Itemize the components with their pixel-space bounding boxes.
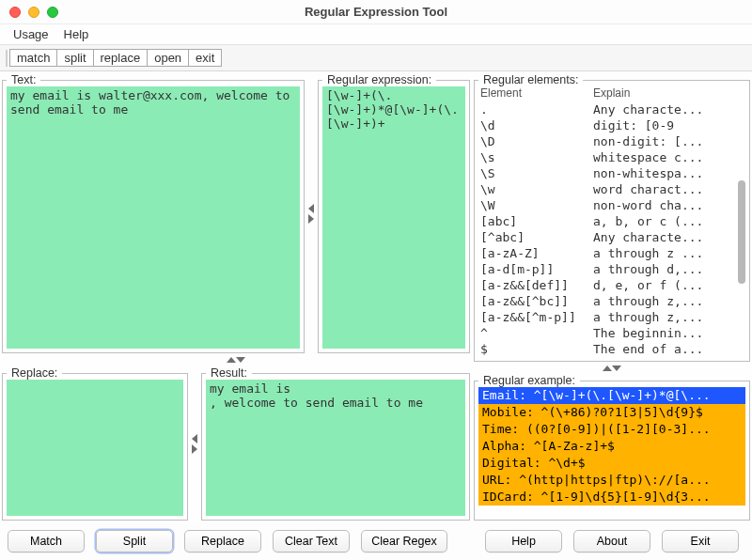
- regular-elements-table[interactable]: Element Explain .Any characte...\ddigit:…: [478, 86, 745, 357]
- element-cell: \w: [480, 181, 593, 197]
- table-row[interactable]: .Any characte...: [480, 101, 744, 117]
- list-item[interactable]: Alpha: ^[A-Za-z]+$: [478, 438, 745, 455]
- explain-cell: a, b, or c (...: [593, 213, 744, 229]
- element-cell: $: [480, 341, 593, 357]
- clear-text-button[interactable]: Clear Text: [273, 530, 350, 552]
- table-row[interactable]: [a-z&&[^m-p]]a through z,...: [480, 309, 744, 325]
- scrollbar[interactable]: [738, 180, 745, 284]
- text-panel: Text:: [2, 73, 305, 353]
- element-cell: \W: [480, 197, 593, 213]
- toolbar: match split replace open exit: [0, 45, 752, 71]
- toolbar-open[interactable]: open: [148, 49, 189, 67]
- list-item[interactable]: URL: ^(http|https|ftp)\://[a...: [478, 472, 745, 489]
- list-item[interactable]: Email: ^[\w-]+(\.[\w-]+)*@[\...: [478, 387, 745, 404]
- exit-button[interactable]: Exit: [662, 530, 739, 552]
- chevron-right-icon: [308, 214, 314, 224]
- table-row[interactable]: \ddigit: [0-9: [480, 117, 744, 133]
- table-row[interactable]: [a-z&&[def]]d, e, or f (...: [480, 277, 744, 293]
- explain-cell: whitespace c...: [593, 149, 744, 165]
- regular-example-panel: Regular example: Email: ^[\w-]+(\.[\w-]+…: [474, 374, 750, 521]
- maximize-icon[interactable]: [47, 7, 58, 18]
- replace-button[interactable]: Replace: [184, 530, 261, 552]
- menu-help[interactable]: Help: [56, 27, 97, 41]
- vertical-splitter-left[interactable]: [306, 73, 316, 353]
- chevron-down-icon: [612, 366, 621, 371]
- result-panel-label: Result:: [206, 366, 252, 380]
- chevron-up-icon: [227, 357, 236, 363]
- table-row[interactable]: \wword charact...: [480, 181, 744, 197]
- element-cell: .: [480, 101, 593, 117]
- toolbar-match[interactable]: match: [9, 49, 57, 67]
- table-row[interactable]: [abc]a, b, or c (...: [480, 213, 744, 229]
- regular-elements-label: Regular elements:: [478, 73, 583, 86]
- explain-cell: non-whitespa...: [593, 165, 744, 181]
- right-column: Regular elements: Element Explain .Any c…: [472, 71, 752, 522]
- horizontal-splitter-left[interactable]: [2, 355, 470, 365]
- element-cell: \s: [480, 149, 593, 165]
- element-cell: [a-d[m-p]]: [480, 261, 593, 277]
- explain-cell: The end of a...: [593, 341, 744, 357]
- explain-cell: digit: [0-9: [593, 117, 744, 133]
- explain-cell: The beginnin...: [593, 325, 744, 341]
- replace-input[interactable]: [7, 380, 183, 516]
- element-cell: \D: [480, 133, 593, 149]
- list-item[interactable]: IDCard: ^[1-9]\d{5}[1-9]\d{3...: [478, 489, 745, 506]
- replace-panel: Replace:: [2, 366, 188, 521]
- list-item[interactable]: Mobile: ^(\+86)?0?1[3|5]\d{9}$: [478, 404, 745, 421]
- regular-example-list[interactable]: Email: ^[\w-]+(\.[\w-]+)*@[\...Mobile: ^…: [478, 387, 745, 516]
- left-bottom-row: Replace: Result: my email is , welcome t…: [2, 366, 470, 521]
- explain-cell: a through z,...: [593, 293, 744, 309]
- table-row[interactable]: [a-d[m-p]]a through d,...: [480, 261, 744, 277]
- regex-panel-label: Regular expression:: [322, 73, 436, 86]
- table-row[interactable]: ^The beginnin...: [480, 325, 744, 341]
- clear-regex-button[interactable]: Clear Regex: [361, 530, 447, 552]
- list-item[interactable]: Time: ((0?[0-9])|([1-2][0-3]...: [478, 421, 745, 438]
- regular-elements-panel: Regular elements: Element Explain .Any c…: [474, 73, 750, 362]
- about-button[interactable]: About: [573, 530, 650, 552]
- chevron-left-icon: [192, 434, 197, 443]
- close-icon[interactable]: [9, 7, 21, 18]
- toolbar-replace[interactable]: replace: [94, 49, 149, 67]
- menu-usage[interactable]: Usage: [6, 27, 56, 41]
- element-cell: [a-z&&[def]]: [480, 277, 593, 293]
- element-cell: [a-z&&[^bc]]: [480, 293, 593, 309]
- app-window: Regular Expression Tool Usage Help match…: [0, 0, 752, 560]
- toolbar-handle-icon: [6, 50, 8, 67]
- explain-cell: a through z,...: [593, 309, 744, 325]
- text-input[interactable]: [7, 86, 300, 349]
- button-bar: Match Split Replace Clear Text Clear Reg…: [0, 522, 752, 560]
- table-row[interactable]: \Snon-whitespa...: [480, 165, 744, 181]
- list-item[interactable]: Digital: ^\d+$: [478, 455, 745, 472]
- element-cell: ^: [480, 325, 593, 341]
- horizontal-splitter-right[interactable]: [474, 364, 750, 372]
- table-row[interactable]: [a-z&&[^bc]]a through z,...: [480, 293, 744, 309]
- table-row[interactable]: \swhitespace c...: [480, 149, 744, 165]
- toolbar-exit[interactable]: exit: [189, 49, 222, 67]
- element-cell: [a-zA-Z]: [480, 245, 593, 261]
- col-explain: Explain: [593, 86, 744, 100]
- explain-cell: non-digit: [...: [593, 133, 744, 149]
- table-row[interactable]: $The end of a...: [480, 341, 744, 357]
- regex-input[interactable]: [322, 86, 465, 349]
- window-title: Regular Expression Tool: [0, 5, 752, 19]
- help-button[interactable]: Help: [485, 530, 562, 552]
- table-row[interactable]: \Wnon-word cha...: [480, 197, 744, 213]
- chevron-right-icon: [192, 444, 197, 454]
- window-controls: [0, 0, 58, 24]
- table-header: Element Explain: [478, 86, 745, 101]
- menu-bar: Usage Help: [0, 24, 752, 45]
- regular-example-label: Regular example:: [478, 374, 580, 387]
- left-top-row: Text: Regular expression:: [2, 73, 470, 353]
- vertical-splitter-bottom[interactable]: [190, 366, 199, 521]
- minimize-icon[interactable]: [28, 7, 39, 18]
- table-row[interactable]: [^abc]Any characte...: [480, 229, 744, 245]
- table-row[interactable]: \Dnon-digit: [...: [480, 133, 744, 149]
- match-button[interactable]: Match: [8, 530, 85, 552]
- toolbar-split[interactable]: split: [57, 49, 93, 67]
- table-row[interactable]: [a-zA-Z]a through z ...: [480, 245, 744, 261]
- split-button[interactable]: Split: [96, 530, 173, 552]
- result-panel: Result: my email is , welcome to send em…: [201, 366, 470, 521]
- explain-cell: Any characte...: [593, 101, 744, 117]
- element-cell: [abc]: [480, 213, 593, 229]
- text-panel-label: Text:: [7, 73, 40, 86]
